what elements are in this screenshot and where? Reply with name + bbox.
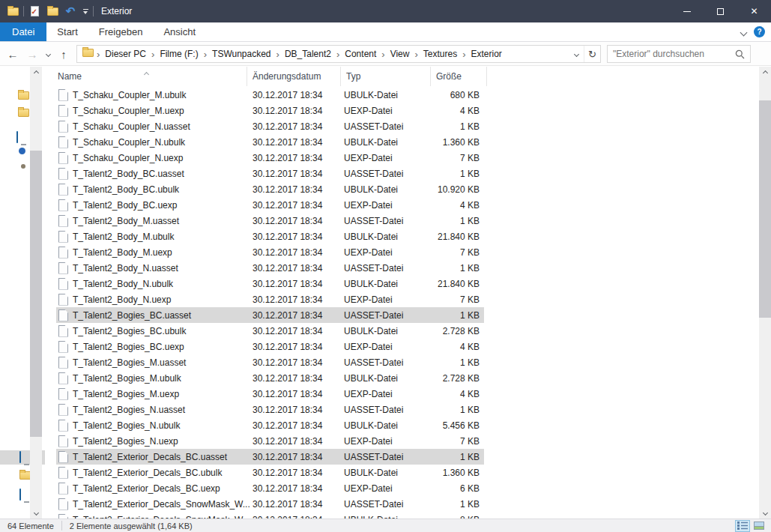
file-row[interactable]: T_Talent2_Body_BC.uasset30.12.2017 18:34… xyxy=(56,166,484,181)
file-name: T_Talent2_Body_N.ubulk xyxy=(73,279,173,289)
file-row[interactable]: T_Talent2_Bogies_BC.uexp30.12.2017 18:34… xyxy=(56,339,484,354)
tab-freigeben[interactable]: Freigeben xyxy=(88,22,154,41)
help-button[interactable]: ? xyxy=(754,26,765,37)
file-row[interactable]: T_Talent2_Body_M.uexp30.12.2017 18:34UEX… xyxy=(56,244,484,260)
column-header-date[interactable]: Änderungsdatum xyxy=(247,67,341,86)
file-type: UEXP-Datei xyxy=(344,106,429,116)
file-name-cell: T_Schaku_Coupler_N.ubulk xyxy=(56,136,253,148)
sidebar-folder-icon[interactable] xyxy=(18,109,29,119)
window-title: Exterior xyxy=(101,6,132,16)
file-row[interactable]: T_Talent2_Exterior_Decals_SnowMask_W...3… xyxy=(56,496,484,512)
file-list-scrollbar-thumb[interactable] xyxy=(759,100,771,318)
file-name-cell: T_Talent2_Exterior_Decals_SnowMask_W... xyxy=(56,498,253,510)
ribbon-expand-button[interactable] xyxy=(741,27,746,37)
back-button[interactable]: ← xyxy=(3,44,22,64)
file-row[interactable]: T_Talent2_Bogies_M.ubulk30.12.2017 18:34… xyxy=(56,370,484,386)
file-name-cell: T_Talent2_Bogies_BC.uasset xyxy=(56,309,253,321)
file-row[interactable]: T_Schaku_Coupler_N.uexp30.12.2017 18:34U… xyxy=(56,150,484,166)
file-row[interactable]: T_Talent2_Body_N.uexp30.12.2017 18:34UEX… xyxy=(56,291,484,307)
breadcrumb-item[interactable]: TSWunpacked xyxy=(207,49,276,59)
minimize-button[interactable] xyxy=(670,0,704,22)
scroll-up-icon[interactable] xyxy=(30,67,42,79)
tab-datei[interactable]: Datei xyxy=(0,22,46,41)
file-row[interactable]: T_Talent2_Body_BC.uexp30.12.2017 18:34UE… xyxy=(56,197,484,213)
file-row[interactable]: T_Talent2_Bogies_N.ubulk30.12.2017 18:34… xyxy=(56,417,484,433)
sidebar-scrollbar-thumb[interactable] xyxy=(30,151,42,437)
file-name-cell: T_Talent2_Body_N.ubulk xyxy=(56,278,253,290)
file-row[interactable]: T_Talent2_Bogies_M.uexp30.12.2017 18:34U… xyxy=(56,386,484,402)
column-header-name[interactable]: Name xyxy=(56,67,247,86)
qat-customize-button[interactable] xyxy=(79,3,91,19)
file-icon xyxy=(58,388,68,400)
file-icon xyxy=(58,467,68,479)
tab-start[interactable]: Start xyxy=(46,22,88,41)
address-bar[interactable]: ›Dieser PC›Filme (F:)›TSWunpacked›DB_Tal… xyxy=(76,45,601,63)
file-row[interactable]: T_Talent2_Body_BC.ubulk30.12.2017 18:34U… xyxy=(56,181,484,197)
file-name: T_Talent2_Body_BC.uasset xyxy=(73,169,184,179)
file-name: T_Talent2_Bogies_BC.uasset xyxy=(73,310,191,321)
breadcrumb-item[interactable]: Content xyxy=(339,49,381,59)
undo-button[interactable]: ↶ xyxy=(61,3,79,19)
maximize-button[interactable] xyxy=(704,0,737,22)
sidebar-dieser-pc-icon[interactable] xyxy=(19,452,21,462)
breadcrumb-item[interactable]: Dieser PC xyxy=(100,49,151,59)
file-icon xyxy=(58,325,68,337)
refresh-button[interactable]: ↻ xyxy=(584,46,600,62)
file-type: UEXP-Datei xyxy=(344,294,429,305)
scroll-down-icon[interactable] xyxy=(759,507,771,519)
file-row[interactable]: T_Talent2_Exterior_Decals_BC.uasset30.12… xyxy=(56,449,484,465)
file-row[interactable]: T_Talent2_Exterior_Decals_SnowMask_W...3… xyxy=(56,512,484,519)
details-view-button[interactable] xyxy=(735,520,750,532)
file-row[interactable]: T_Talent2_Bogies_BC.uasset30.12.2017 18:… xyxy=(56,307,484,323)
breadcrumb-item[interactable]: Textures xyxy=(418,49,462,59)
breadcrumb-item[interactable]: View xyxy=(385,49,415,59)
recent-locations-button[interactable] xyxy=(42,44,54,64)
file-row[interactable]: T_Talent2_Body_N.uasset30.12.2017 18:34U… xyxy=(56,260,484,276)
file-list-scrollbar[interactable] xyxy=(759,67,771,519)
file-row[interactable]: T_Schaku_Coupler_M.ubulk30.12.2017 18:34… xyxy=(56,87,484,103)
properties-button[interactable] xyxy=(25,3,43,19)
file-row[interactable]: T_Talent2_Bogies_M.uasset30.12.2017 18:3… xyxy=(56,354,484,370)
file-row[interactable]: T_Talent2_Body_M.uasset30.12.2017 18:34U… xyxy=(56,213,484,229)
file-name-cell: T_Talent2_Bogies_N.ubulk xyxy=(56,420,253,432)
large-icons-view-button[interactable] xyxy=(752,520,767,532)
file-row[interactable]: T_Schaku_Coupler_N.uasset30.12.2017 18:3… xyxy=(56,118,484,134)
sidebar-folder-icon[interactable] xyxy=(18,91,29,102)
file-icon xyxy=(58,215,68,227)
tab-ansicht[interactable]: Ansicht xyxy=(153,22,206,41)
scroll-up-icon[interactable] xyxy=(759,67,771,79)
breadcrumb-item[interactable]: Exterior xyxy=(466,49,507,59)
file-type: UEXP-Datei xyxy=(344,247,429,258)
sidebar-folder-icon[interactable] xyxy=(19,471,31,482)
breadcrumb-item[interactable]: Filme (F:) xyxy=(154,49,203,59)
file-row[interactable]: T_Talent2_Bogies_N.uexp30.12.2017 18:34U… xyxy=(56,433,484,449)
file-row[interactable]: T_Schaku_Coupler_N.ubulk30.12.2017 18:34… xyxy=(56,134,484,150)
file-row[interactable]: T_Talent2_Exterior_Decals_BC.uexp30.12.2… xyxy=(56,480,484,496)
new-folder-button[interactable] xyxy=(43,3,61,19)
file-size: 2.728 KB xyxy=(429,373,484,384)
forward-button[interactable]: → xyxy=(22,44,42,64)
column-header-size[interactable]: Größe xyxy=(431,67,487,86)
breadcrumb-item[interactable]: DB_Talent2 xyxy=(279,49,336,59)
file-name: T_Talent2_Exterior_Decals_SnowMask_W... xyxy=(73,499,250,510)
file-row[interactable]: T_Talent2_Body_M.ubulk30.12.2017 18:34UB… xyxy=(56,229,484,244)
column-header-type[interactable]: Typ xyxy=(341,67,431,86)
file-row[interactable]: T_Talent2_Bogies_N.uasset30.12.2017 18:3… xyxy=(56,402,484,417)
file-row[interactable]: T_Schaku_Coupler_M.uexp30.12.2017 18:34U… xyxy=(56,103,484,118)
up-button[interactable]: ↑ xyxy=(54,44,73,64)
app-window-icon[interactable] xyxy=(4,3,22,19)
file-icon xyxy=(58,404,68,416)
sidebar-scrollbar[interactable] xyxy=(30,67,42,519)
sidebar-network-pc-icon[interactable] xyxy=(19,489,21,500)
search-icon[interactable] xyxy=(735,49,745,59)
file-type: UBULK-Datei xyxy=(344,279,429,289)
file-row[interactable]: T_Talent2_Exterior_Decals_BC.ubulk30.12.… xyxy=(56,465,484,480)
search-input[interactable] xyxy=(613,49,735,59)
close-button[interactable]: ✕ xyxy=(737,0,771,22)
scroll-down-icon[interactable] xyxy=(30,507,42,519)
file-row[interactable]: T_Talent2_Bogies_BC.ubulk30.12.2017 18:3… xyxy=(56,323,484,339)
sidebar-pc-icon[interactable] xyxy=(16,132,18,142)
file-row[interactable]: T_Talent2_Body_N.ubulk30.12.2017 18:34UB… xyxy=(56,276,484,291)
address-dropdown-button[interactable] xyxy=(569,46,584,62)
titlebar-separator xyxy=(23,6,24,16)
